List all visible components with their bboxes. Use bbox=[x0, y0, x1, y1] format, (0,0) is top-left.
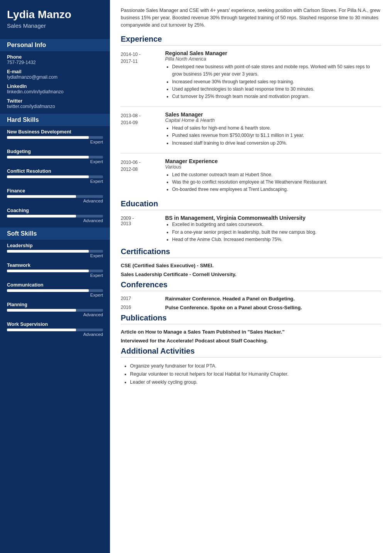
exp-company: Pilla North America bbox=[165, 56, 381, 62]
experience-list: 2014-10 -2017-11 Regional Sales Manager … bbox=[121, 50, 381, 193]
exp-job-title: Sales Manager bbox=[165, 111, 381, 118]
hard-skills-content: New Business Development Expert Budgetin… bbox=[0, 129, 110, 223]
skill-bar-fill bbox=[7, 309, 76, 312]
soft-skills-content: Leadership Expert Teamwork Expert Commun… bbox=[0, 243, 110, 337]
personal-value: 757-729-1432 bbox=[7, 60, 103, 65]
publication-item: Interviewed for the Accelerate! Podcast … bbox=[121, 338, 381, 344]
soft-skills-header: Soft Skills bbox=[0, 228, 110, 240]
conf-year: 2017 bbox=[121, 296, 165, 302]
personal-item: Phone757-729-1432 bbox=[7, 54, 103, 65]
main-content: Passionate Sales Manager and CSE with 4+… bbox=[110, 0, 392, 553]
bullet: Led the customer outreach team at Hubert… bbox=[172, 171, 381, 179]
publication-item: Article on How to Manage a Sales Team Pu… bbox=[121, 329, 381, 335]
bullet: Used applied technologies to slash lead … bbox=[172, 86, 381, 93]
conf-year: 2016 bbox=[121, 305, 165, 310]
edu-dates: 2009 -2013 bbox=[121, 215, 165, 243]
personal-value: lydiafmanzo@gmail.com bbox=[7, 74, 103, 80]
publications-section-title: Publications bbox=[121, 314, 381, 324]
exp-details: Sales Manager Capital Home & Hearth Head… bbox=[165, 111, 381, 147]
activity-item: Regular volunteer to recruit helpers for… bbox=[130, 370, 381, 378]
skill-level: Advanced bbox=[7, 312, 103, 317]
skill-bar-fill bbox=[7, 175, 89, 178]
conference-item: 2016 Pulse Conference. Spoke on a Panel … bbox=[121, 305, 381, 310]
bullet: Head of the Anime Club. Increased member… bbox=[172, 236, 381, 243]
skill-bar bbox=[7, 136, 103, 139]
personal-label: Twitter bbox=[7, 98, 103, 104]
personal-info-content: Phone757-729-1432E-maillydiafmanzo@gmail… bbox=[0, 54, 110, 109]
skill-bar bbox=[7, 289, 103, 292]
skill-bar bbox=[7, 250, 103, 253]
skill-bar bbox=[7, 329, 103, 331]
experience-item: 2014-10 -2017-11 Regional Sales Manager … bbox=[121, 50, 381, 100]
bullet: Developed new business with point-of-sal… bbox=[172, 63, 381, 78]
experience-item: 2010-06 -2012-08 Manager Experience Vari… bbox=[121, 158, 381, 194]
skill-level: Expert bbox=[7, 179, 103, 184]
personal-item: LinkedInlinkedin.com/in/lydiafmanzo bbox=[7, 84, 103, 94]
certifications-section-title: Certifications bbox=[121, 247, 381, 258]
edu-degree: BS in Management, Virginia Commonwealth … bbox=[165, 215, 381, 221]
candidate-title: Sales Manager bbox=[7, 22, 103, 29]
skill-name: Work Supervision bbox=[7, 322, 103, 327]
skill-bar bbox=[7, 175, 103, 178]
experience-section-title: Experience bbox=[121, 35, 381, 46]
skill-bar bbox=[7, 195, 103, 198]
personal-value: twitter.com/lydiafmanzo bbox=[7, 104, 103, 109]
skill-name: Coaching bbox=[7, 208, 103, 213]
skill-bar-fill bbox=[7, 329, 76, 331]
exp-details: Manager Experience Various Led the custo… bbox=[165, 158, 381, 194]
skill-bar bbox=[7, 156, 103, 158]
skill-item: Budgeting Expert bbox=[7, 149, 103, 164]
personal-label: E-mail bbox=[7, 69, 103, 74]
sidebar-header: Lydia Manzo Sales Manager bbox=[0, 0, 110, 34]
skill-name: Budgeting bbox=[7, 149, 103, 154]
skill-level: Expert bbox=[7, 159, 103, 164]
hard-skills-header: Hard Skills bbox=[0, 114, 110, 126]
skill-bar-fill bbox=[7, 156, 89, 158]
skill-bar-fill bbox=[7, 250, 89, 253]
exp-bullets: Led the customer outreach team at Hubert… bbox=[165, 171, 381, 194]
exp-bullets: Head of sales for high-end home & hearth… bbox=[165, 125, 381, 147]
skill-name: Planning bbox=[7, 302, 103, 307]
skill-item: Conflict Resolution Expert bbox=[7, 169, 103, 184]
bullet: Cut turnover by 25% through team morale … bbox=[172, 93, 381, 100]
exp-details: Regional Sales Manager Pilla North Ameri… bbox=[165, 50, 381, 100]
education-item: 2009 -2013 BS in Management, Virginia Co… bbox=[121, 215, 381, 243]
conference-item: 2017 Rainmaker Conference. Headed a Pane… bbox=[121, 296, 381, 302]
skill-name: Conflict Resolution bbox=[7, 169, 103, 174]
skill-item: Teamwork Expert bbox=[7, 263, 103, 278]
skill-name: New Business Development bbox=[7, 129, 103, 135]
skill-bar-fill bbox=[7, 215, 76, 217]
exp-job-title: Manager Experience bbox=[165, 158, 381, 164]
skill-level: Advanced bbox=[7, 218, 103, 223]
skill-item: New Business Development Expert bbox=[7, 129, 103, 144]
personal-info-header: Personal Info bbox=[0, 39, 110, 51]
personal-value: linkedin.com/in/lydiafmanzo bbox=[7, 89, 103, 94]
skill-bar bbox=[7, 215, 103, 217]
exp-job-title: Regional Sales Manager bbox=[165, 50, 381, 56]
certification-item: CSE (Certified Sales Executive) - SMEI. bbox=[121, 263, 381, 268]
skill-item: Leadership Expert bbox=[7, 243, 103, 258]
bullet: Pushed sales revenue from $750,000/yr to… bbox=[172, 132, 381, 139]
skill-item: Work Supervision Advanced bbox=[7, 322, 103, 337]
exp-company: Various bbox=[165, 164, 381, 170]
personal-label: LinkedIn bbox=[7, 84, 103, 89]
additional-list: Organize yearly fundraiser for local PTA… bbox=[121, 362, 381, 387]
edu-bullets: Excelled in budgeting and sales coursewo… bbox=[165, 221, 381, 243]
skill-item: Coaching Advanced bbox=[7, 208, 103, 223]
publications-list: Article on How to Manage a Sales Team Pu… bbox=[121, 329, 381, 344]
skill-bar-fill bbox=[7, 289, 89, 292]
skill-item: Planning Advanced bbox=[7, 302, 103, 317]
skill-bar-fill bbox=[7, 195, 76, 198]
skill-name: Teamwork bbox=[7, 263, 103, 268]
conf-detail: Pulse Conference. Spoke on a Panel about… bbox=[165, 305, 381, 310]
conferences-section-title: Conferences bbox=[121, 280, 381, 291]
skill-name: Communication bbox=[7, 282, 103, 288]
exp-dates: 2013-08 -2014-09 bbox=[121, 111, 165, 147]
personal-label: Phone bbox=[7, 54, 103, 60]
bullet: Increased staff training to drive lead c… bbox=[172, 140, 381, 147]
education-list: 2009 -2013 BS in Management, Virginia Co… bbox=[121, 215, 381, 243]
sidebar: Lydia Manzo Sales Manager Personal Info … bbox=[0, 0, 110, 553]
skill-level: Expert bbox=[7, 273, 103, 278]
conf-detail: Rainmaker Conference. Headed a Panel on … bbox=[165, 296, 381, 302]
skill-bar-fill bbox=[7, 270, 89, 272]
